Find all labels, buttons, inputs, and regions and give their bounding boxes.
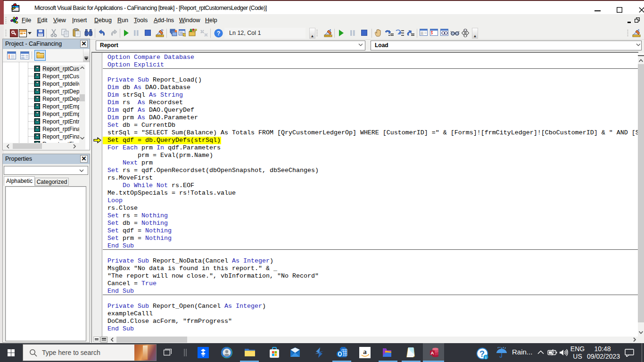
- svg-text:A: A: [431, 350, 434, 355]
- svg-text:a: a: [363, 348, 367, 355]
- svg-text:?: ?: [217, 30, 221, 37]
